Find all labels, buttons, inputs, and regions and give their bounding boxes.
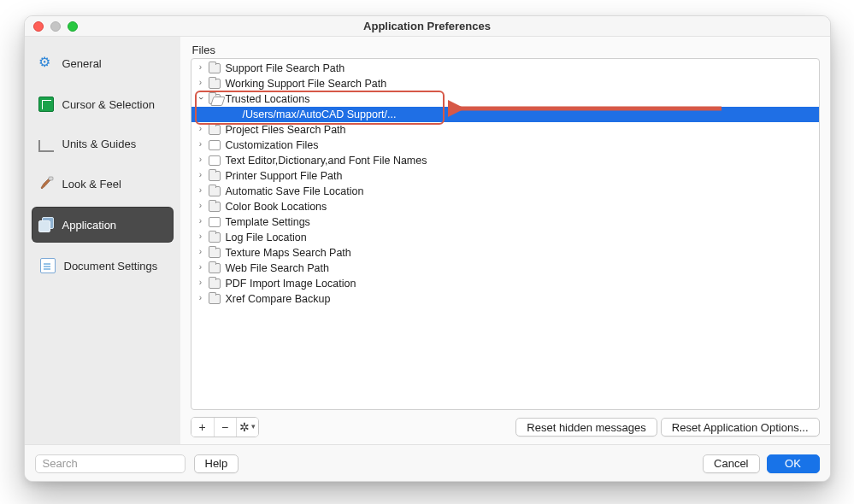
- tree-row[interactable]: /Users/max/AutoCAD Support/...: [191, 107, 819, 122]
- tree-row-label: Texture Maps Search Path: [226, 245, 351, 261]
- sidebar-item-look-feel[interactable]: Look & Feel: [32, 166, 174, 202]
- tree-row[interactable]: ›Printer Support File Path: [191, 168, 819, 184]
- tree-row-label: Printer Support File Path: [226, 168, 343, 184]
- chevron-right-icon[interactable]: ›: [195, 60, 207, 75]
- minimize-window-icon[interactable]: [50, 21, 61, 32]
- document-icon: [209, 217, 221, 227]
- tree-row[interactable]: ›Texture Maps Search Path: [191, 245, 819, 261]
- tree-row-label: Customization Files: [226, 138, 319, 153]
- sidebar-item-label: Application: [62, 219, 117, 231]
- tree-row[interactable]: ›Color Book Locations: [191, 199, 819, 214]
- folder-icon: [209, 248, 221, 258]
- tree-row-label: /Users/max/AutoCAD Support/...: [243, 107, 397, 122]
- chevron-right-icon[interactable]: ›: [195, 75, 207, 91]
- tree-row[interactable]: ›Working Support File Search Path: [191, 76, 819, 91]
- tree-row[interactable]: ›Web File Search Path: [191, 261, 819, 276]
- tree-row[interactable]: ›Automatic Save File Location: [191, 184, 819, 199]
- tree-row-label: Project Files Search Path: [226, 122, 346, 138]
- zoom-window-icon[interactable]: [68, 21, 78, 32]
- chevron-down-icon[interactable]: ›: [193, 92, 209, 104]
- sidebar: General Cursor & Selection Units & Guide…: [25, 37, 180, 444]
- tree-row[interactable]: ›Customization Files: [191, 138, 819, 153]
- titlebar: Application Preferences: [25, 16, 830, 37]
- tree-row[interactable]: ›Support File Search Path: [191, 61, 819, 76]
- close-window-icon[interactable]: [33, 21, 44, 32]
- tree-edit-buttons: + − ✲▾: [191, 417, 259, 437]
- chevron-right-icon[interactable]: ›: [195, 290, 207, 306]
- actions-menu-button[interactable]: ✲▾: [236, 418, 258, 437]
- tree-row-label: PDF Import Image Location: [226, 276, 356, 291]
- document-icon: [209, 140, 221, 150]
- tree-row[interactable]: ›Xref Compare Backup: [191, 291, 819, 307]
- folder-icon: [209, 79, 221, 89]
- chevron-right-icon[interactable]: ›: [195, 183, 207, 198]
- tree-row[interactable]: ›Trusted Locations: [191, 91, 819, 107]
- folder-icon: [209, 202, 221, 212]
- cursor-icon: [38, 97, 54, 112]
- folder-icon: [209, 278, 221, 289]
- remove-button[interactable]: −: [214, 418, 236, 437]
- window-controls: [33, 21, 78, 32]
- cancel-button[interactable]: Cancel: [703, 454, 759, 473]
- chevron-right-icon[interactable]: ›: [195, 198, 207, 214]
- tree-row-label: Log File Location: [226, 230, 307, 245]
- chevron-down-icon: ▾: [251, 422, 256, 431]
- folder-icon: [209, 125, 221, 135]
- window-title: Application Preferences: [363, 20, 491, 32]
- sidebar-item-cursor-selection[interactable]: Cursor & Selection: [32, 86, 174, 122]
- folder-icon: [209, 294, 221, 304]
- tree-row-label: Automatic Save File Location: [226, 184, 364, 199]
- reset-application-options-button[interactable]: Reset Application Options...: [661, 418, 820, 437]
- document-icon: [209, 155, 221, 166]
- sidebar-item-label: General: [62, 57, 102, 70]
- chevron-right-icon[interactable]: ›: [195, 121, 207, 137]
- gear-icon: [38, 56, 54, 71]
- folder-icon: [209, 263, 221, 273]
- chevron-right-icon[interactable]: ›: [195, 260, 207, 275]
- add-button[interactable]: +: [191, 418, 214, 437]
- folder-open-icon: [209, 94, 221, 104]
- chevron-right-icon[interactable]: ›: [195, 244, 207, 260]
- sidebar-item-document-settings[interactable]: Document Settings: [32, 248, 174, 284]
- sidebar-item-label: Cursor & Selection: [62, 98, 155, 111]
- gear-icon: ✲: [239, 420, 250, 434]
- search-input[interactable]: [35, 454, 186, 473]
- chevron-right-icon[interactable]: ›: [195, 167, 207, 183]
- sidebar-item-application[interactable]: Application: [32, 207, 174, 243]
- tree-row-label: Template Settings: [226, 214, 310, 230]
- chevron-right-icon[interactable]: ›: [195, 214, 207, 229]
- tree-row-label: Working Support File Search Path: [226, 76, 387, 91]
- files-tree[interactable]: ›Support File Search Path›Working Suppor…: [191, 58, 820, 410]
- folder-icon: [209, 171, 221, 181]
- chevron-right-icon[interactable]: ›: [195, 137, 207, 152]
- tree-row-label: Web File Search Path: [226, 261, 329, 276]
- tree-row-label: Text Editor,Dictionary,and Font File Nam…: [226, 153, 427, 168]
- help-button[interactable]: Help: [194, 454, 239, 473]
- tree-row-label: Xref Compare Backup: [226, 291, 331, 307]
- sidebar-item-label: Document Settings: [64, 260, 158, 273]
- tree-row[interactable]: ›Text Editor,Dictionary,and Font File Na…: [191, 153, 819, 168]
- document-icon: [40, 258, 56, 273]
- tree-row[interactable]: ›PDF Import Image Location: [191, 276, 819, 291]
- main-panel: Files ›Support File Search Path›Working …: [180, 37, 830, 444]
- tree-row-label: Color Book Locations: [226, 199, 327, 214]
- sidebar-item-general[interactable]: General: [32, 45, 174, 81]
- sidebar-item-label: Units & Guides: [62, 138, 137, 150]
- tree-row-label: Support File Search Path: [226, 61, 345, 76]
- reset-hidden-messages-button[interactable]: Reset hidden messages: [515, 418, 657, 437]
- application-icon: [38, 217, 54, 232]
- chevron-right-icon[interactable]: ›: [195, 152, 207, 167]
- tree-row[interactable]: ›Project Files Search Path: [191, 122, 819, 138]
- tree-row[interactable]: ›Log File Location: [191, 230, 819, 245]
- sidebar-item-units-guides[interactable]: Units & Guides: [32, 127, 174, 161]
- folder-icon: [209, 232, 221, 243]
- paintbrush-icon: [38, 176, 54, 191]
- preferences-window: Application Preferences General Cursor &…: [24, 15, 831, 482]
- ok-button[interactable]: OK: [767, 454, 820, 473]
- chevron-right-icon[interactable]: ›: [195, 275, 207, 290]
- chevron-right-icon[interactable]: ›: [195, 229, 207, 244]
- tree-row-label: Trusted Locations: [226, 91, 310, 107]
- sidebar-item-label: Look & Feel: [62, 178, 121, 190]
- tree-row[interactable]: ›Template Settings: [191, 214, 819, 230]
- folder-icon: [209, 186, 221, 196]
